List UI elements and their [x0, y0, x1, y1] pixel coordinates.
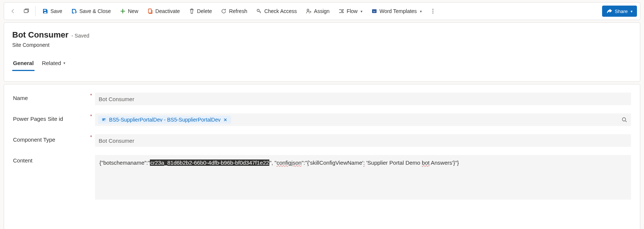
- content-text: ":": [302, 159, 307, 166]
- delete-button[interactable]: Delete: [185, 5, 216, 17]
- popout-icon: [23, 8, 29, 14]
- svg-point-3: [307, 9, 309, 11]
- svg-point-6: [432, 9, 433, 10]
- label-site-id: Power Pages Site id: [13, 113, 87, 122]
- toolbar-divider: [35, 6, 36, 16]
- svg-rect-10: [102, 119, 105, 119]
- refresh-button[interactable]: Refresh: [217, 5, 251, 17]
- refresh-icon: [221, 8, 227, 14]
- key-icon: [256, 8, 262, 14]
- lookup-chip[interactable]: BS5-SupplierPortalDev - BS5-SupplierPort…: [98, 116, 231, 124]
- more-vertical-icon: [430, 8, 436, 14]
- svg-rect-0: [24, 10, 28, 13]
- deactivate-label: Deactivate: [155, 8, 180, 14]
- content-text: {"botschemaname":": [99, 159, 150, 166]
- back-button[interactable]: [7, 5, 19, 17]
- label-content-text: Content: [13, 157, 33, 164]
- label-component-type: Component Type: [13, 134, 87, 143]
- share-icon: [607, 8, 612, 14]
- label-component-type-text: Component Type: [13, 136, 55, 143]
- field-name-value: Bot Consumer: [99, 96, 134, 102]
- svg-rect-11: [102, 120, 104, 120]
- word-templates-label: Word Templates: [380, 8, 417, 14]
- save-button[interactable]: Save: [39, 5, 66, 17]
- content-text: bot: [422, 159, 430, 166]
- word-templates-button[interactable]: W Word Templates ▾: [368, 5, 426, 17]
- chevron-down-icon: ▾: [631, 9, 632, 13]
- open-new-window-button[interactable]: [20, 5, 32, 17]
- save-status: - Saved: [72, 33, 89, 39]
- arrow-left-icon: [10, 8, 16, 14]
- new-label: New: [128, 8, 138, 14]
- page-header-card: Bot Consumer - Saved Site Component Gene…: [4, 22, 640, 82]
- search-icon[interactable]: [621, 117, 627, 123]
- content-text: ", ": [269, 159, 276, 166]
- svg-text:W: W: [373, 10, 376, 13]
- page-header: Bot Consumer - Saved: [12, 30, 632, 40]
- assign-button[interactable]: Assign: [302, 5, 333, 17]
- page-title: Bot Consumer: [12, 30, 69, 40]
- lookup-chip-text: BS5-SupplierPortalDev - BS5-SupplierPort…: [109, 117, 220, 123]
- flow-button[interactable]: Flow ▾: [335, 5, 366, 17]
- row-component-type: Component Type * Bot Consumer: [13, 134, 631, 147]
- entity-name: Site Component: [12, 42, 632, 48]
- assign-label: Assign: [314, 8, 329, 14]
- form-card: Name * Bot Consumer Power Pages Site id …: [4, 84, 640, 229]
- trash-icon: [189, 8, 195, 14]
- chevron-down-icon: ▾: [63, 61, 65, 65]
- label-site-id-text: Power Pages Site id: [13, 116, 63, 122]
- save-icon: [42, 8, 48, 14]
- required-indicator: *: [90, 113, 92, 119]
- refresh-label: Refresh: [229, 8, 247, 14]
- tab-general[interactable]: General: [12, 58, 34, 71]
- svg-rect-1: [148, 9, 151, 13]
- lookup-remove-button[interactable]: ✕: [223, 117, 228, 123]
- field-content[interactable]: {"botschemaname":"cr23a_81d6b2b2-66b0-4d…: [95, 155, 631, 200]
- tab-related-label: Related: [42, 60, 61, 66]
- required-indicator: *: [90, 134, 92, 140]
- word-icon: W: [371, 8, 377, 14]
- field-site-id[interactable]: BS5-SupplierPortalDev - BS5-SupplierPort…: [95, 113, 631, 126]
- entity-icon: [101, 117, 107, 123]
- share-label: Share: [615, 9, 628, 14]
- overflow-button[interactable]: [427, 5, 439, 17]
- deactivate-button[interactable]: Deactivate: [144, 5, 184, 17]
- save-label: Save: [50, 8, 62, 14]
- check-access-label: Check Access: [264, 8, 297, 14]
- row-site-id: Power Pages Site id * BS5-SupplierPortal…: [13, 113, 631, 126]
- tab-list: General Related ▾: [12, 58, 632, 71]
- required-indicator: *: [90, 93, 92, 98]
- assign-icon: [306, 8, 312, 14]
- content-text: Answers'}"}: [430, 159, 459, 166]
- new-button[interactable]: New: [116, 5, 142, 17]
- flow-icon: [338, 8, 344, 14]
- content-selected-text: cr23a_81d6b2b2-66b0-4dfb-b96b-bf0d347f1e…: [150, 159, 269, 166]
- deactivate-icon: [147, 8, 153, 14]
- chevron-down-icon: ▾: [361, 9, 362, 13]
- row-name: Name * Bot Consumer: [13, 93, 631, 105]
- command-bar: Save Save & Close New Deactivate Delete …: [4, 2, 640, 20]
- content-text: configjson: [276, 159, 302, 166]
- tab-related[interactable]: Related ▾: [41, 58, 66, 71]
- field-component-type[interactable]: Bot Consumer: [95, 134, 631, 147]
- label-name-text: Name: [13, 95, 28, 101]
- chevron-down-icon: ▾: [420, 9, 422, 13]
- field-name[interactable]: Bot Consumer: [95, 93, 631, 105]
- svg-point-8: [432, 13, 433, 14]
- label-content: Content: [13, 155, 87, 164]
- label-name: Name: [13, 93, 87, 101]
- save-close-button[interactable]: Save & Close: [68, 5, 115, 17]
- plus-icon: [120, 8, 126, 14]
- content-text: 'skillConfigViewName': [309, 159, 363, 166]
- save-close-icon: [71, 8, 77, 14]
- save-close-label: Save & Close: [79, 8, 111, 14]
- share-button[interactable]: Share ▾: [602, 6, 637, 17]
- field-component-type-value: Bot Consumer: [99, 138, 134, 144]
- svg-point-7: [432, 11, 433, 12]
- tab-general-label: General: [13, 60, 34, 66]
- content-text: 'Supplier Portal Demo: [365, 159, 422, 166]
- check-access-button[interactable]: Check Access: [252, 5, 300, 17]
- delete-label: Delete: [197, 8, 212, 14]
- row-content: Content * {"botschemaname":"cr23a_81d6b2…: [13, 155, 631, 200]
- svg-point-12: [622, 118, 626, 121]
